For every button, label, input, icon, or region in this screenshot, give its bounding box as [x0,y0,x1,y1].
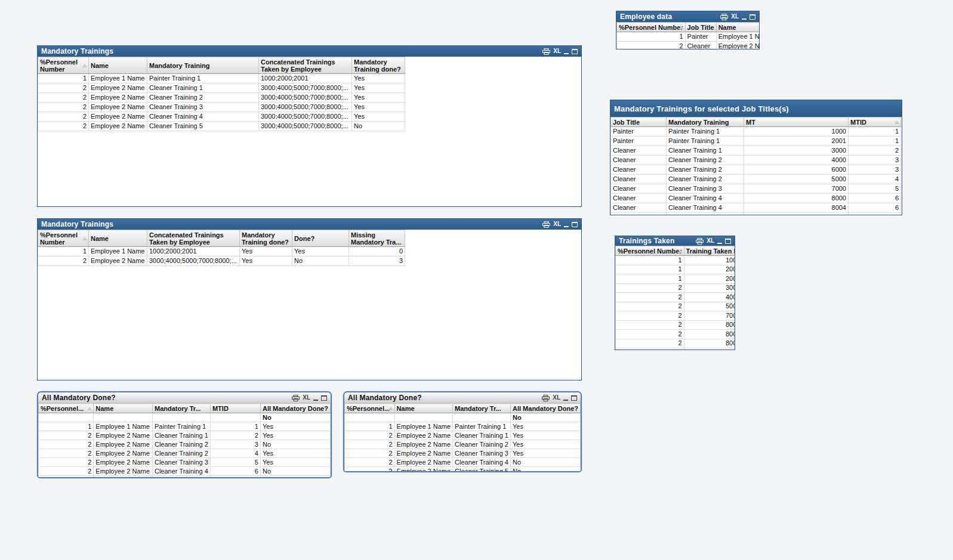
cell[interactable]: 8000 [744,194,849,203]
cell[interactable]: 3000;4000;5000;7000;8000;... [259,83,352,93]
cell[interactable]: Yes [510,440,580,449]
window-caption[interactable]: Employee data XL [616,11,759,22]
cell[interactable]: 1 [616,265,684,274]
cell[interactable]: 2 [39,476,94,479]
column-header[interactable]: MTID [210,404,260,413]
column-header[interactable]: All Mandatory Done? [510,404,580,413]
column-header[interactable]: Mandatory Training done? [240,230,292,247]
selection-value-cell[interactable]: No [510,413,580,422]
cell[interactable]: 2 [39,431,94,440]
cell[interactable]: 7 [849,213,901,216]
cell[interactable]: Employee 2 Name [89,122,147,131]
cell[interactable]: Employee 2 Name [716,42,760,50]
cell[interactable]: Painter [685,32,716,42]
cell[interactable]: 2 [39,440,94,449]
cell[interactable]: Yes [292,247,349,256]
minimize-icon[interactable] [564,221,569,227]
cell[interactable]: Employee 2 Name [89,256,147,266]
cell[interactable]: Yes [260,449,330,458]
cell[interactable]: 1 [849,127,901,137]
selection-value-cell[interactable] [39,413,94,422]
cell[interactable]: Cleaner [685,42,716,50]
cell[interactable]: 1 [39,422,94,431]
cell[interactable]: 2 [345,440,395,449]
maximize-icon[interactable] [725,239,731,244]
selection-value-cell[interactable] [152,413,210,422]
cell[interactable]: 2 [616,339,684,348]
cell[interactable]: 2000 [684,265,735,274]
cell[interactable]: 2 [38,103,89,112]
cell[interactable]: No [292,256,349,266]
maximize-icon[interactable] [572,222,578,227]
cell[interactable]: Employee 2 Name [94,440,153,449]
cell[interactable]: Cleaner Training 4 [667,203,744,213]
cell[interactable]: Employee 1 Name [89,247,147,256]
cell[interactable]: Cleaner Training 1 [667,146,744,156]
cell[interactable]: Employee 2 Name [94,449,153,458]
column-header[interactable]: Concatenated Trainings Taken by Employee [259,57,352,74]
cell[interactable]: 1 [210,422,260,431]
cell[interactable]: Cleaner Training 4 [453,458,511,467]
selection-value-cell[interactable] [453,413,511,422]
cell[interactable]: 9000 [744,213,849,216]
cell[interactable]: Yes [352,83,405,93]
window-caption[interactable]: All Mandatory Done? XL [38,392,331,403]
cell[interactable]: Cleaner Training 5 [152,476,210,479]
cell[interactable]: 3000;4000;5000;7000;8000;... [259,122,352,131]
column-header[interactable]: Name [89,57,147,74]
cell[interactable]: 5000 [684,302,735,311]
cell[interactable]: 2 [345,467,395,473]
cell[interactable]: Employee 2 Name [89,112,147,122]
cell[interactable]: Cleaner Training 1 [147,83,259,93]
cell[interactable]: 4 [210,449,260,458]
cell[interactable]: Cleaner Training 2 [667,156,744,165]
cell[interactable]: 4000 [684,293,735,302]
minimize-icon[interactable] [717,238,722,244]
cell[interactable]: Employee 2 Name [89,103,147,112]
cell[interactable]: Cleaner Training 5 [667,213,744,216]
cell[interactable]: 2 [849,146,901,156]
cell[interactable]: 2 [39,458,94,467]
cell[interactable]: 1 [38,74,89,83]
cell[interactable]: 3000;4000;5000;7000;8000;... [259,112,352,122]
cell[interactable]: Painter Training 1 [152,422,210,431]
cell[interactable]: Cleaner Training 3 [453,449,511,458]
cell[interactable]: Cleaner Training 2 [147,93,259,103]
selection-value-cell[interactable]: No [260,413,330,422]
cell[interactable]: 3000;4000;5000;7000;8000;... [259,93,352,103]
maximize-icon[interactable] [321,395,327,401]
minimize-icon[interactable] [564,48,569,54]
cell[interactable]: Cleaner Training 3 [152,458,210,467]
cell[interactable]: 1 [617,32,686,42]
cell[interactable]: 6000 [744,165,849,175]
print-icon[interactable] [720,14,728,20]
cell[interactable]: 8001 [684,330,735,339]
cell[interactable]: No [260,467,330,476]
maximize-icon[interactable] [572,49,578,54]
cell[interactable]: 2 [39,449,94,458]
cell[interactable]: Painter [611,127,667,137]
cell[interactable]: Cleaner Training 3 [667,184,744,194]
cell[interactable]: 2 [210,431,260,440]
cell[interactable]: Yes [510,431,580,440]
column-header[interactable]: Done? [292,230,349,247]
column-header[interactable]: %Personnel... [39,404,94,413]
cell[interactable]: 6 [210,467,260,476]
cell[interactable]: 6 [849,203,901,213]
cell[interactable]: Cleaner Training 1 [152,431,210,440]
cell[interactable]: Cleaner [611,194,667,203]
column-header[interactable]: Name [94,404,153,413]
minimize-icon[interactable] [563,395,568,401]
minimize-icon[interactable] [313,395,318,401]
column-header[interactable]: Concatenated Trainings Taken by Employee [147,230,240,247]
cell[interactable]: No [260,476,330,479]
cell[interactable]: Painter Training 1 [667,127,744,137]
cell[interactable]: Cleaner [611,213,667,216]
cell[interactable]: 2 [617,42,686,50]
cell[interactable]: 2001 [684,274,735,284]
cell[interactable]: 2 [38,83,89,93]
cell[interactable]: Cleaner Training 1 [453,431,511,440]
cell[interactable]: 7000 [744,184,849,194]
print-icon[interactable] [542,221,550,228]
cell[interactable]: Painter Training 1 [453,422,511,431]
